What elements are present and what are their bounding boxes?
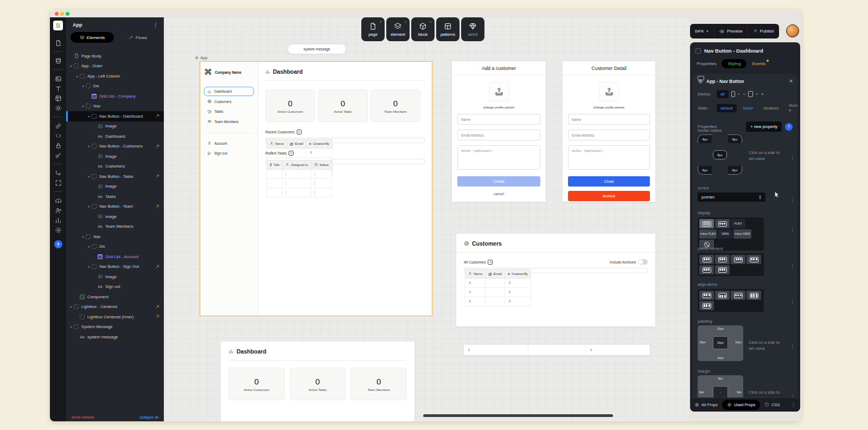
table-row[interactable] bbox=[465, 279, 531, 288]
caret-icon[interactable]: ▾ bbox=[87, 204, 91, 208]
align-items-option-4[interactable] bbox=[699, 301, 714, 310]
inspector-tab-events[interactable]: Events bbox=[752, 61, 765, 66]
display-option-inline-grid[interactable]: Inline GRID bbox=[733, 229, 751, 239]
justify-content-option-5[interactable] bbox=[715, 265, 730, 274]
caret-icon[interactable]: ▾ bbox=[87, 144, 91, 148]
margin-top[interactable]: 0px bbox=[698, 377, 743, 380]
template-icon[interactable] bbox=[50, 93, 66, 103]
radius-all[interactable]: 8px bbox=[713, 150, 727, 159]
table-row[interactable] bbox=[267, 188, 332, 197]
data-icon[interactable] bbox=[50, 56, 66, 66]
stat-card[interactable]: 0Active Tasks bbox=[318, 89, 368, 122]
caret-icon[interactable]: ▾ bbox=[87, 114, 91, 118]
caret-icon[interactable]: ▾ bbox=[69, 325, 73, 329]
tree-item-tasks[interactable]: AaTasks bbox=[66, 191, 164, 202]
upload-picture-button[interactable] bbox=[599, 82, 620, 101]
justify-content-option-0[interactable] bbox=[699, 255, 714, 264]
upload-picture-button[interactable] bbox=[489, 82, 509, 101]
justify-content-option-3[interactable] bbox=[746, 255, 761, 264]
action-lightning-icon[interactable] bbox=[155, 144, 160, 149]
change-picture-label[interactable]: change profile picture bbox=[593, 106, 624, 109]
name-field[interactable]: Name bbox=[568, 114, 650, 125]
tree-item-nav-button-customers[interactable]: ▾Nav Button - Customers bbox=[66, 142, 164, 152]
caret-icon[interactable]: ▾ bbox=[87, 245, 91, 248]
tree-item-grid-list-company[interactable]: Grid List - Company bbox=[66, 91, 164, 101]
close-window-button[interactable] bbox=[55, 12, 59, 16]
tree-item-image[interactable]: Image bbox=[66, 151, 164, 162]
text-icon[interactable] bbox=[50, 84, 66, 93]
panel-menu-icon[interactable]: ⋮ bbox=[153, 22, 158, 28]
cloud-upload-icon[interactable] bbox=[50, 196, 66, 206]
kebab-menu-icon[interactable]: ⋮ bbox=[790, 197, 795, 203]
customers-card[interactable]: Customers All Customers + Include Archiv… bbox=[456, 234, 655, 326]
table-row[interactable] bbox=[465, 297, 531, 306]
table-row[interactable] bbox=[267, 179, 332, 188]
kebab-menu-icon[interactable]: ⋮ bbox=[790, 344, 795, 349]
state-option-disabled[interactable]: disabled bbox=[760, 104, 782, 112]
tree-item-lightbox-centered-inner-[interactable]: Lightbox Centered (Inner) bbox=[66, 312, 164, 322]
tree-item-nav-button-team[interactable]: ▾Nav Button - Team bbox=[66, 202, 164, 212]
invite-user-icon[interactable] bbox=[50, 206, 66, 215]
tree-item-image[interactable]: Image bbox=[66, 211, 164, 222]
column-header-status[interactable]: Status bbox=[311, 161, 331, 170]
display-option-inline[interactable] bbox=[715, 219, 730, 228]
action-lightning-icon[interactable] bbox=[155, 304, 160, 309]
insights-icon[interactable] bbox=[50, 215, 66, 225]
tree-item-nav-button-tasks[interactable]: ▾Nav Button - Tasks bbox=[66, 171, 164, 182]
kebab-menu-icon[interactable]: ⋮ bbox=[790, 394, 795, 397]
column-header-title[interactable]: T Title bbox=[267, 161, 283, 170]
tree-item-system-message[interactable]: Aasystem message bbox=[66, 332, 164, 342]
caret-icon[interactable]: ▾ bbox=[87, 175, 91, 178]
tree-item-nav-button-dashboard[interactable]: ▾Nav Button - Dashboard bbox=[66, 111, 164, 121]
padding-bottom[interactable]: 10px bbox=[698, 356, 743, 360]
insert-element-button[interactable]: +element bbox=[386, 17, 410, 41]
tree-item-customers[interactable]: AaCustomers bbox=[66, 162, 164, 172]
justify-content-option-1[interactable] bbox=[715, 255, 730, 264]
email-field[interactable]: Email Address bbox=[457, 130, 540, 140]
column-header-created-by[interactable]: + Created By bbox=[306, 139, 332, 149]
align-items-option-2[interactable] bbox=[731, 291, 745, 300]
include-archived-toggle[interactable] bbox=[638, 259, 648, 265]
footer-used-props[interactable]: Used Props bbox=[722, 400, 760, 410]
stat-card[interactable]: 0Active Customers bbox=[265, 89, 315, 122]
column-header-name[interactable]: Name bbox=[267, 139, 287, 149]
change-picture-label[interactable]: change profile picture bbox=[483, 106, 514, 109]
detached-table-row[interactable] bbox=[464, 345, 650, 355]
insert-block-button[interactable]: +block bbox=[411, 17, 435, 41]
tablet-landscape-icon[interactable] bbox=[698, 76, 704, 80]
footer-css[interactable]: CSS bbox=[764, 402, 780, 407]
lock-icon[interactable] bbox=[50, 140, 66, 150]
add-task-icon[interactable]: + bbox=[289, 151, 293, 156]
notes-field[interactable]: notes (optional) bbox=[568, 145, 650, 170]
stat-card[interactable]: 0Team Members bbox=[350, 368, 407, 400]
add-customer-icon[interactable]: + bbox=[297, 130, 302, 134]
table-row[interactable] bbox=[465, 288, 531, 297]
app-nav-sign-out[interactable]: Sign out bbox=[204, 149, 254, 158]
radius-top-left[interactable]: 8px bbox=[698, 134, 712, 143]
column-header-email[interactable]: @ Email bbox=[486, 269, 505, 279]
kebab-menu-icon[interactable]: ⋮ bbox=[791, 402, 796, 408]
action-lightning-icon[interactable] bbox=[155, 174, 160, 178]
insert-patterns-button[interactable]: patterns bbox=[436, 17, 459, 41]
show-deleted-link[interactable]: show deleted bbox=[72, 415, 94, 419]
tree-item-image[interactable]: Image bbox=[66, 121, 164, 132]
tree-item-image[interactable]: Image bbox=[66, 272, 164, 282]
insert-page-button[interactable]: +page bbox=[361, 17, 385, 41]
column-header-email[interactable]: @ Email bbox=[287, 139, 307, 149]
remove-icon[interactable]: × bbox=[756, 92, 758, 97]
align-items-option-1[interactable] bbox=[715, 291, 730, 300]
inspector-tab-properties[interactable]: Properties bbox=[697, 61, 716, 66]
theme-icon[interactable] bbox=[50, 103, 66, 113]
tree-item-grid-list-account[interactable]: Grid List - Account bbox=[66, 252, 164, 262]
column-header-assigned-to[interactable]: Assigned to bbox=[283, 161, 311, 170]
system-message-pill[interactable]: system message bbox=[288, 44, 346, 54]
app-frame[interactable]: ⌘ Company Name DashboardCustomersTasksTe… bbox=[200, 61, 432, 316]
remove-icon[interactable]: × bbox=[738, 92, 741, 97]
app-nav-dashboard[interactable]: Dashboard bbox=[204, 87, 254, 96]
minimize-window-button[interactable] bbox=[60, 12, 64, 16]
align-items-option-3[interactable] bbox=[746, 291, 761, 300]
margin-right[interactable]: 0px bbox=[737, 390, 742, 394]
zoom-control[interactable]: 64%▼ bbox=[690, 24, 714, 38]
tree-item-team-members[interactable]: AaTeam Members bbox=[66, 222, 164, 232]
email-field[interactable]: Email Address bbox=[568, 130, 650, 140]
